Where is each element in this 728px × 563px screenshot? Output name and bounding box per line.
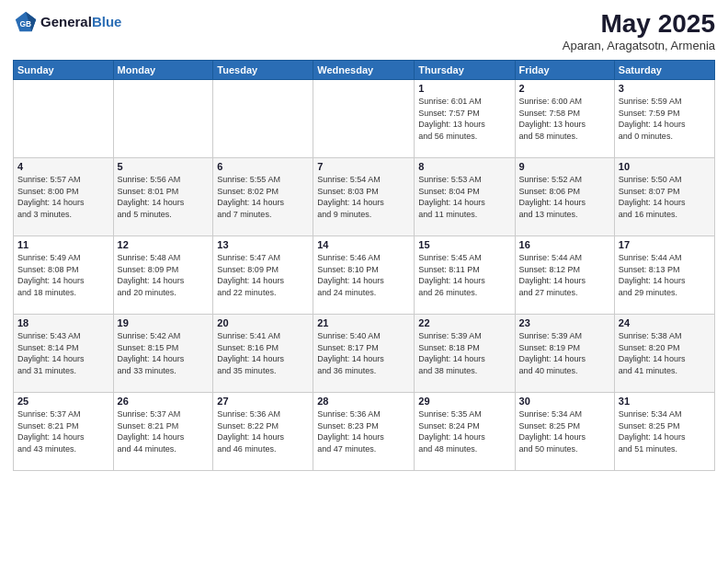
day-info-line: Sunrise: 5:39 AM (418, 330, 510, 342)
day-info-line: and 13 minutes. (519, 209, 610, 221)
day-info-line: Daylight: 14 hours (317, 353, 410, 365)
calendar-week-5: 25Sunrise: 5:37 AMSunset: 8:21 PMDayligh… (14, 393, 715, 471)
day-info-line: Daylight: 14 hours (519, 353, 610, 365)
day-info-line: Sunrise: 5:36 AM (317, 408, 410, 420)
day-info-line: Daylight: 14 hours (17, 431, 109, 443)
day-info-line: Sunset: 8:20 PM (619, 342, 711, 354)
calendar-cell-5-4: 28Sunrise: 5:36 AMSunset: 8:23 PMDayligh… (313, 393, 415, 471)
day-number: 10 (619, 161, 711, 172)
day-info-line: and 44 minutes. (118, 443, 210, 455)
day-info-line: and 7 minutes. (217, 209, 309, 221)
day-info-line: and 0 minutes. (619, 131, 711, 143)
day-info-line: and 31 minutes. (17, 365, 109, 377)
day-info-line: Sunrise: 5:56 AM (118, 174, 210, 186)
day-info-line: and 29 minutes. (619, 287, 711, 299)
day-number: 15 (418, 239, 510, 250)
day-info-line: Daylight: 14 hours (17, 275, 109, 287)
day-info-line: and 38 minutes. (418, 365, 510, 377)
day-info-line: Sunset: 8:19 PM (519, 342, 610, 354)
calendar-cell-4-5: 22Sunrise: 5:39 AMSunset: 8:18 PMDayligh… (415, 315, 515, 393)
day-info-line: Daylight: 14 hours (418, 431, 510, 443)
day-info-line: Sunrise: 5:53 AM (418, 174, 510, 186)
day-info-line: Daylight: 14 hours (619, 197, 711, 209)
day-info-line: Sunset: 8:11 PM (418, 264, 510, 276)
day-number: 21 (317, 317, 410, 328)
day-info-line: and 51 minutes. (619, 443, 711, 455)
day-number: 1 (418, 83, 510, 94)
day-info-line: and 24 minutes. (317, 287, 410, 299)
header-tuesday: Tuesday (213, 61, 313, 80)
day-info-line: Sunset: 7:57 PM (418, 108, 510, 120)
calendar-cell-4-4: 21Sunrise: 5:40 AMSunset: 8:17 PMDayligh… (313, 315, 415, 393)
calendar-cell-1-4 (313, 80, 415, 158)
day-info-line: and 3 minutes. (17, 209, 109, 221)
day-info-line: and 46 minutes. (217, 443, 309, 455)
calendar-cell-5-6: 30Sunrise: 5:34 AMSunset: 8:25 PMDayligh… (515, 393, 614, 471)
day-number: 5 (118, 161, 210, 172)
day-info-line: Sunrise: 5:55 AM (217, 174, 309, 186)
calendar-cell-1-1 (14, 80, 114, 158)
day-info-line: Daylight: 14 hours (519, 431, 610, 443)
day-info-line: Daylight: 14 hours (619, 275, 711, 287)
calendar-table: Sunday Monday Tuesday Wednesday Thursday… (13, 60, 715, 471)
calendar-cell-4-2: 19Sunrise: 5:42 AMSunset: 8:15 PMDayligh… (113, 315, 213, 393)
calendar-cell-3-6: 16Sunrise: 5:44 AMSunset: 8:12 PMDayligh… (515, 236, 614, 315)
calendar-cell-5-2: 26Sunrise: 5:37 AMSunset: 8:21 PMDayligh… (113, 393, 213, 471)
day-info-line: Sunset: 8:07 PM (619, 186, 711, 198)
day-info-line: Sunset: 8:21 PM (17, 420, 109, 432)
day-info-line: Sunrise: 5:35 AM (418, 408, 510, 420)
day-info-line: and 5 minutes. (118, 209, 210, 221)
day-info-line: Daylight: 14 hours (519, 275, 610, 287)
title-area: May 2025 Aparan, Aragatsotn, Armenia (563, 9, 715, 52)
day-info-line: Sunset: 8:13 PM (619, 264, 711, 276)
calendar-week-3: 11Sunrise: 5:49 AMSunset: 8:08 PMDayligh… (14, 236, 715, 315)
day-info-line: Daylight: 14 hours (118, 431, 210, 443)
day-info-line: Sunset: 8:16 PM (217, 342, 309, 354)
calendar-cell-3-5: 15Sunrise: 5:45 AMSunset: 8:11 PMDayligh… (415, 236, 515, 315)
calendar-cell-3-1: 11Sunrise: 5:49 AMSunset: 8:08 PMDayligh… (14, 236, 114, 315)
day-number: 31 (619, 396, 711, 407)
day-info-line: Sunset: 8:24 PM (418, 420, 510, 432)
calendar-cell-4-1: 18Sunrise: 5:43 AMSunset: 8:14 PMDayligh… (14, 315, 114, 393)
logo-icon: GB (13, 9, 39, 35)
calendar-cell-3-7: 17Sunrise: 5:44 AMSunset: 8:13 PMDayligh… (614, 236, 714, 315)
day-info-line: Sunrise: 5:34 AM (619, 408, 711, 420)
day-info-line: Sunset: 7:59 PM (619, 108, 711, 120)
day-info-line: Sunset: 8:00 PM (17, 186, 109, 198)
day-info-line: and 58 minutes. (519, 131, 610, 143)
day-info-line: Sunrise: 5:39 AM (519, 330, 610, 342)
day-info-line: Daylight: 14 hours (317, 431, 410, 443)
day-info-line: Daylight: 13 hours (519, 119, 610, 131)
day-number: 2 (519, 83, 610, 94)
day-info-line: Daylight: 14 hours (418, 197, 510, 209)
day-number: 23 (519, 317, 610, 328)
day-number: 17 (619, 239, 711, 250)
day-info-line: Daylight: 14 hours (217, 431, 309, 443)
day-info-line: Sunset: 8:03 PM (317, 186, 410, 198)
calendar-cell-5-5: 29Sunrise: 5:35 AMSunset: 8:24 PMDayligh… (415, 393, 515, 471)
day-number: 25 (17, 396, 109, 407)
day-number: 12 (118, 239, 210, 250)
day-info-line: and 48 minutes. (418, 443, 510, 455)
day-number: 29 (418, 396, 510, 407)
day-info-line: Daylight: 14 hours (317, 197, 410, 209)
day-info-line: Daylight: 14 hours (418, 275, 510, 287)
calendar-cell-3-2: 12Sunrise: 5:48 AMSunset: 8:09 PMDayligh… (113, 236, 213, 315)
day-info-line: Sunset: 8:08 PM (17, 264, 109, 276)
calendar-week-1: 1Sunrise: 6:01 AMSunset: 7:57 PMDaylight… (14, 80, 715, 158)
calendar-cell-5-7: 31Sunrise: 5:34 AMSunset: 8:25 PMDayligh… (614, 393, 714, 471)
day-number: 11 (17, 239, 109, 250)
day-info-line: Sunrise: 5:59 AM (619, 96, 711, 108)
day-info-line: and 18 minutes. (17, 287, 109, 299)
svg-text:GB: GB (19, 19, 31, 29)
day-info-line: Sunset: 8:10 PM (317, 264, 410, 276)
day-number: 28 (317, 396, 410, 407)
day-info-line: Daylight: 14 hours (217, 197, 309, 209)
day-info-line: Sunset: 8:09 PM (118, 264, 210, 276)
day-info-line: and 27 minutes. (519, 287, 610, 299)
calendar-subtitle: Aparan, Aragatsotn, Armenia (563, 39, 715, 52)
calendar-cell-1-3 (213, 80, 313, 158)
day-info-line: Sunrise: 5:37 AM (118, 408, 210, 420)
day-number: 16 (519, 239, 610, 250)
day-info-line: Sunset: 8:23 PM (317, 420, 410, 432)
